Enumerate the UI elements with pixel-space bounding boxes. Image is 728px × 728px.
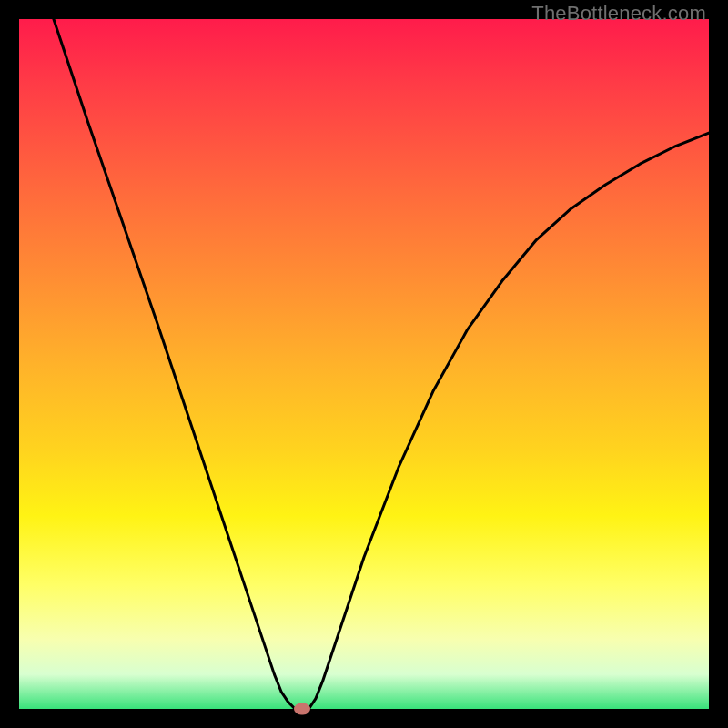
bottleneck-curve	[54, 19, 709, 709]
optimal-point-marker	[294, 703, 310, 715]
chart-frame: TheBottleneck.com	[0, 0, 728, 728]
watermark-text: TheBottleneck.com	[531, 2, 706, 25]
curve-svg	[19, 19, 709, 709]
